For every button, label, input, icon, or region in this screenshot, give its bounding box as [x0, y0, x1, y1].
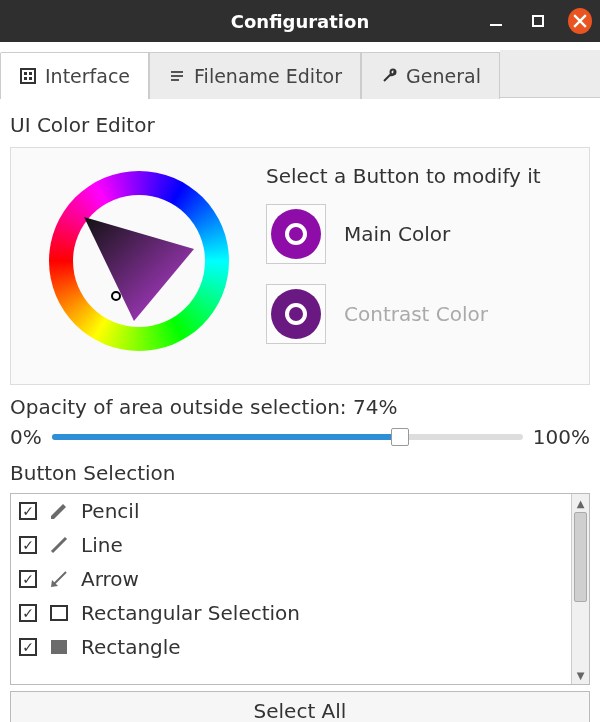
button-selection-list: ✓ Pencil ✓ Line ✓ Arrow ✓ Rectangula [10, 493, 590, 685]
line-icon [47, 533, 71, 557]
list-item-label: Pencil [81, 499, 139, 523]
list-item[interactable]: ✓ Line [11, 528, 571, 562]
tab-bar: Interface Filename Editor General [0, 42, 600, 99]
wrench-icon [380, 67, 398, 85]
scroll-thumb[interactable] [574, 512, 587, 602]
tab-bar-filler [500, 50, 600, 98]
tab-general-label: General [406, 65, 481, 87]
opacity-label: Opacity of area outside selection: 74% [0, 389, 600, 421]
select-all-button[interactable]: Select All [10, 691, 590, 722]
list-scrollbar[interactable]: ▲ ▼ [571, 494, 589, 684]
checkbox[interactable]: ✓ [19, 536, 37, 554]
main-color-swatch[interactable] [266, 204, 326, 264]
svg-line-10 [52, 538, 66, 552]
checkbox[interactable]: ✓ [19, 570, 37, 588]
color-editor-panel: Select a Button to modify it Main Color … [10, 147, 590, 385]
svg-rect-14 [51, 640, 67, 654]
svg-rect-0 [21, 69, 35, 83]
checkbox[interactable]: ✓ [19, 502, 37, 520]
checkbox[interactable]: ✓ [19, 638, 37, 656]
list-item[interactable]: ✓ Rectangle [11, 630, 571, 664]
maximize-button[interactable] [526, 9, 550, 33]
list-icon [168, 67, 186, 85]
contrast-color-swatch[interactable] [266, 284, 326, 344]
button-selection-heading: Button Selection [0, 459, 600, 491]
tab-filename-editor[interactable]: Filename Editor [149, 52, 361, 99]
color-editor-hint: Select a Button to modify it [266, 164, 579, 188]
svg-rect-2 [29, 72, 32, 75]
svg-rect-1 [24, 72, 27, 75]
svg-rect-3 [24, 77, 27, 80]
sv-triangle-icon [76, 199, 202, 325]
opacity-max-label: 100% [533, 425, 590, 449]
tab-interface[interactable]: Interface [0, 52, 149, 99]
list-item-label: Line [81, 533, 123, 557]
color-wheel[interactable] [49, 171, 229, 351]
title-bar: Configuration [0, 0, 600, 42]
svg-point-8 [391, 70, 396, 75]
tab-general[interactable]: General [361, 52, 500, 99]
tab-interface-label: Interface [45, 65, 130, 87]
rect-fill-icon [47, 635, 71, 659]
contrast-color-label: Contrast Color [344, 302, 488, 326]
slider-thumb-icon[interactable] [391, 428, 409, 446]
list-item-label: Arrow [81, 567, 139, 591]
pencil-icon [47, 499, 71, 523]
scroll-up-icon[interactable]: ▲ [572, 494, 589, 512]
list-item[interactable]: ✓ Arrow [11, 562, 571, 596]
opacity-min-label: 0% [10, 425, 42, 449]
arrow-icon [47, 567, 71, 591]
svg-rect-4 [29, 77, 32, 80]
checkbox[interactable]: ✓ [19, 604, 37, 622]
grid-icon [19, 67, 37, 85]
opacity-slider[interactable] [52, 426, 523, 448]
close-icon [568, 8, 592, 34]
list-item[interactable]: ✓ Pencil [11, 494, 571, 528]
list-item-label: Rectangular Selection [81, 601, 300, 625]
svg-marker-9 [84, 217, 194, 321]
list-item-label: Rectangle [81, 635, 181, 659]
main-color-label: Main Color [344, 222, 450, 246]
tab-filename-editor-label: Filename Editor [194, 65, 342, 87]
close-button[interactable] [568, 9, 592, 33]
minimize-button[interactable] [484, 9, 508, 33]
svg-rect-13 [51, 606, 67, 620]
scroll-down-icon[interactable]: ▼ [572, 666, 589, 684]
select-all-label: Select All [254, 699, 347, 722]
color-editor-heading: UI Color Editor [0, 99, 600, 143]
sv-cursor-icon[interactable] [111, 291, 121, 301]
window-buttons [484, 9, 592, 33]
list-item[interactable]: ✓ Rectangular Selection [11, 596, 571, 630]
rect-outline-icon [47, 601, 71, 625]
